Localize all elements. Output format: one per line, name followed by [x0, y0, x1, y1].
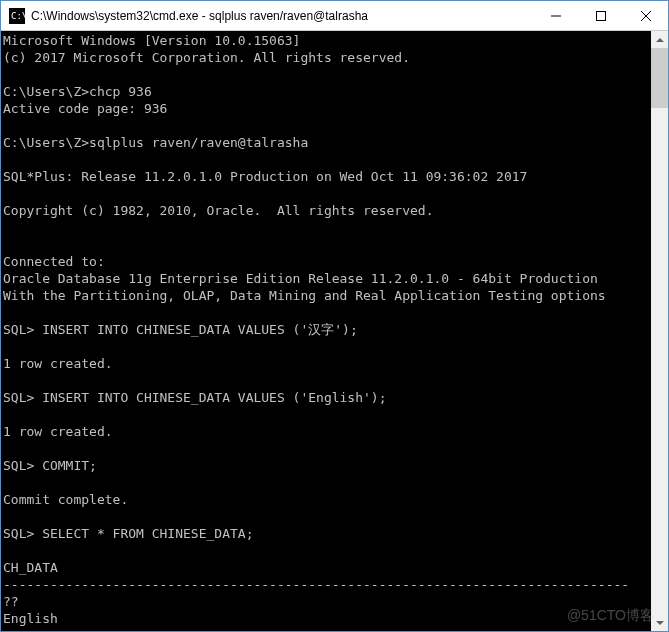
window-controls [533, 1, 668, 30]
scroll-up-button[interactable] [651, 31, 668, 48]
svg-text:C:\: C:\ [11, 11, 25, 21]
scroll-thumb[interactable] [651, 48, 668, 108]
cmd-icon: C:\ [9, 8, 25, 24]
scroll-down-button[interactable] [651, 614, 668, 631]
scrollbar [651, 31, 668, 631]
svg-rect-3 [596, 11, 605, 20]
terminal-output[interactable]: Microsoft Windows [Version 10.0.15063] (… [1, 31, 651, 631]
titlebar: C:\ C:\Windows\system32\cmd.exe - sqlplu… [1, 1, 668, 31]
minimize-button[interactable] [533, 1, 578, 30]
close-button[interactable] [623, 1, 668, 30]
terminal-wrapper: Microsoft Windows [Version 10.0.15063] (… [1, 31, 668, 631]
window-title: C:\Windows\system32\cmd.exe - sqlplus ra… [31, 9, 533, 23]
maximize-button[interactable] [578, 1, 623, 30]
scroll-track[interactable] [651, 48, 668, 614]
